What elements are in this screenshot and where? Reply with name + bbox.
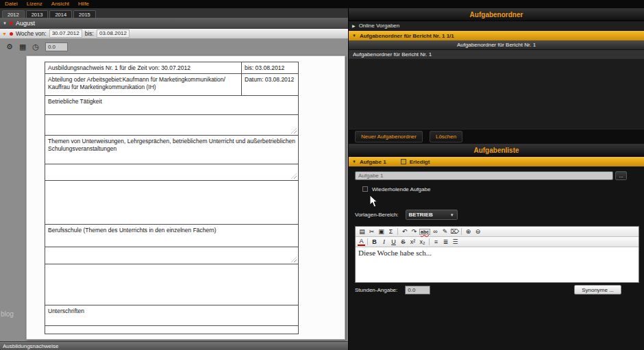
stunden-input[interactable]: [405, 286, 430, 295]
redo-icon[interactable]: ↷: [410, 229, 419, 235]
active-folder-label: Aufgabenordner für Bericht Nr. 1 1/1: [360, 33, 454, 39]
month-row-august[interactable]: ▼ August: [0, 18, 348, 29]
task-row[interactable]: ▼ Aufgabe 1 Erledigt: [349, 157, 644, 166]
synonyme-button[interactable]: Synonyme ...: [574, 285, 621, 295]
sum-icon[interactable]: Σ: [386, 229, 395, 235]
clock-icon[interactable]: ◷: [32, 43, 39, 51]
menubar: Datei Lizenz Ansicht Hilfe: [0, 0, 644, 8]
erledigt-label: Erledigt: [410, 159, 430, 165]
status-dot: [10, 21, 13, 25]
resize-handle-icon[interactable]: [291, 257, 297, 262]
themen-textarea[interactable]: [45, 164, 298, 180]
active-folder-row[interactable]: ▼ Aufgabenordner für Bericht Nr. 1 1/1: [349, 31, 644, 40]
italic-icon[interactable]: I: [380, 239, 388, 245]
bullet-list-icon[interactable]: ☰: [451, 239, 460, 245]
task-name-input[interactable]: [355, 171, 613, 180]
expander-right-icon[interactable]: ▶: [352, 24, 356, 28]
tab-2013[interactable]: 2013: [26, 10, 49, 18]
bold-icon[interactable]: B: [370, 239, 379, 245]
gear-icon[interactable]: ⚙: [6, 43, 13, 51]
week-to-date: 03.08.2012: [97, 29, 129, 38]
empty-cell: [45, 264, 298, 305]
menu-hilfe[interactable]: Hilfe: [78, 1, 89, 7]
report-table: Ausbildungsnachweis Nr. 1 für die Zeit v…: [45, 62, 299, 334]
left-panel: 2012 2013 2014 2015 ▼ August ▼ Woche von…: [0, 8, 349, 350]
wiederholend-checkbox[interactable]: [362, 186, 368, 192]
superscript-icon[interactable]: x²: [408, 239, 417, 245]
toolbar-separator: [397, 228, 398, 235]
report-until-cell: bis: 03.08.2012: [242, 62, 298, 73]
section-betriebliche-taetigkeit: Betriebliche Tätigkeit: [45, 96, 298, 114]
tab-2015[interactable]: 2015: [73, 10, 96, 18]
eraser-icon[interactable]: ⌦: [450, 229, 459, 235]
copy-icon[interactable]: ▣: [377, 229, 386, 235]
status-bar: Ausbildungsnachweise: [0, 341, 348, 350]
toolbar-separator: [367, 238, 368, 245]
align-icon[interactable]: ≡: [432, 239, 441, 245]
folder-list-item[interactable]: Aufgabenordner für Bericht Nr. 1: [349, 50, 644, 59]
empty-cell: [45, 326, 298, 334]
mouse-cursor: [369, 195, 377, 208]
resize-handle-icon[interactable]: [291, 173, 297, 179]
zoom-out-icon[interactable]: ⊖: [473, 229, 482, 235]
app-window: Datei Lizenz Ansicht Hilfe 2012 2013 201…: [0, 0, 644, 350]
strikethrough-icon[interactable]: S: [399, 239, 408, 245]
font-color-icon[interactable]: A: [358, 238, 365, 246]
aufgabenordner-header: Aufgabenordner: [349, 8, 644, 21]
numbered-list-icon[interactable]: ≣: [441, 239, 450, 245]
repeat-label: Wiederholende Aufgabe: [372, 186, 430, 192]
right-panel: Aufgabenordner ▶ Online Vorgaben ▼ Aufga…: [349, 8, 644, 350]
more-options-button[interactable]: ...: [615, 171, 627, 180]
menu-ansicht[interactable]: Ansicht: [51, 1, 69, 7]
expander-down-icon[interactable]: ▼: [352, 160, 356, 164]
betrieb-textarea[interactable]: [45, 115, 298, 135]
paste-icon[interactable]: ▤: [358, 229, 367, 235]
online-vorgaben-row[interactable]: ▶ Online Vorgaben: [349, 21, 644, 31]
erledigt-checkbox[interactable]: [401, 159, 406, 164]
repeat-task-row: Wiederholende Aufgabe: [362, 185, 430, 193]
rich-text-editor: ▤ ✂ ▣ Σ ↶ ↷ abc ∞ ✎ ⌦ ⊕ ⊖ A: [355, 226, 639, 283]
zoom-in-icon[interactable]: ⊕: [464, 229, 473, 235]
document-area: Ausbildungsnachweis Nr. 1 für die Zeit v…: [0, 54, 348, 341]
undo-icon[interactable]: ↶: [400, 229, 409, 235]
new-folder-button[interactable]: Neuer Aufgabenordner: [355, 131, 423, 142]
underline-icon[interactable]: U: [389, 239, 398, 245]
stunden-label: Stunden-Angabe:: [355, 287, 397, 293]
editor-toolbar-clipboard: ▤ ✂ ▣ Σ ↶ ↷ abc ∞ ✎ ⌦ ⊕ ⊖: [356, 227, 639, 237]
expander-down-icon[interactable]: ▼: [3, 21, 7, 25]
cut-icon[interactable]: ✂: [367, 229, 376, 235]
main-content: 2012 2013 2014 2015 ▼ August ▼ Woche von…: [0, 8, 644, 350]
subscript-icon[interactable]: x₂: [418, 239, 427, 245]
week-label-bis: bis:: [85, 30, 94, 37]
expander-down-icon[interactable]: ▼: [2, 32, 7, 36]
search-icon[interactable]: ∞: [431, 229, 440, 235]
folder-buttons-bar: Neuer Aufgabenordner Löschen: [349, 129, 644, 144]
week-hours-input[interactable]: [45, 42, 68, 51]
toolbar-separator: [461, 228, 462, 235]
menu-datei[interactable]: Datei: [5, 1, 18, 7]
format-brush-icon[interactable]: ✎: [441, 229, 449, 235]
department-cell: Abteilung oder Arbeitsgebiet:Kaufmann fü…: [45, 74, 242, 95]
tab-2014[interactable]: 2014: [49, 10, 72, 18]
section-berufsschule: Berufsschule (Themen des Unterrichts in …: [45, 225, 298, 247]
task-description-editor[interactable]: Diese Woche habe sch...: [356, 247, 639, 282]
expander-down-icon[interactable]: ▼: [352, 34, 356, 38]
vorlagen-label: Vorlagen-Bereich:: [355, 212, 399, 218]
menu-lizenz[interactable]: Lizenz: [27, 1, 42, 7]
section-unterschriften: Unterschriften: [45, 305, 298, 325]
resize-handle-icon[interactable]: [291, 128, 297, 134]
save-icon[interactable]: ▦: [19, 43, 26, 51]
spellcheck-icon[interactable]: abc: [419, 229, 430, 235]
task-label: Aufgabe 1: [360, 159, 386, 165]
tab-2012[interactable]: 2012: [2, 10, 25, 18]
aufgabenliste-header: Aufgabenliste: [349, 144, 644, 157]
delete-folder-button[interactable]: Löschen: [430, 131, 462, 142]
section-themen: Themen von Unterweisungen, Lehrgespräche…: [45, 136, 298, 164]
stunden-row: Stunden-Angabe: Synonyme ...: [349, 285, 644, 295]
status-dot: [10, 32, 13, 36]
week-row[interactable]: ▼ Woche von: 30.07.2012 bis: 03.08.2012: [0, 29, 348, 39]
week-label-prefix: Woche von:: [16, 30, 47, 37]
vorlagen-bereich-select[interactable]: BETRIEB ▼: [406, 210, 458, 220]
berufsschule-textarea[interactable]: [45, 247, 298, 264]
editor-toolbar-format: A B I U S x² x₂ ≡ ≣ ☰: [356, 237, 639, 247]
